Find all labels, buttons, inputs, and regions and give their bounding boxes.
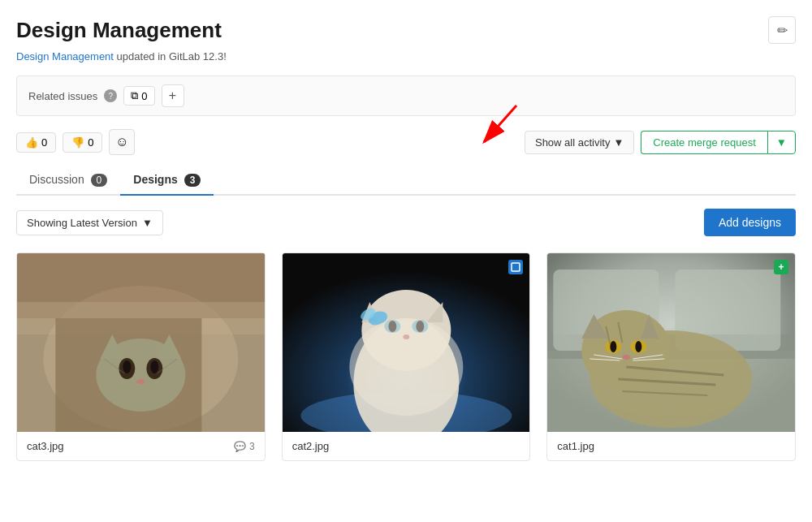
related-issues-label: Related issues <box>28 90 97 102</box>
show-activity-button[interactable]: Show all activity ▼ <box>525 131 634 154</box>
tab-discussion[interactable]: Discussion 0 <box>16 165 120 196</box>
thumbs-up-button[interactable]: 👍 0 <box>16 132 56 153</box>
svg-point-31 <box>349 318 463 416</box>
show-activity-label: Show all activity <box>535 136 610 149</box>
add-designs-button[interactable]: Add designs <box>704 209 796 236</box>
svg-point-12 <box>136 379 145 384</box>
cat3-comments: 💬 3 <box>234 441 255 452</box>
pencil-icon: ✏ <box>777 23 788 38</box>
create-mr-group: Create merge request ▼ <box>641 131 796 154</box>
reaction-bar: 👍 0 👎 0 ☺ Sho <box>16 129 796 155</box>
cat3-comment-count: 3 <box>249 441 255 452</box>
cat2-name: cat2.jpg <box>292 440 330 452</box>
tab-designs-label: Designs <box>133 173 177 186</box>
cat3-footer: cat3.jpg 💬 3 <box>17 432 265 460</box>
issue-count-button[interactable]: ⧉ 0 <box>123 86 154 106</box>
issue-count: 0 <box>141 90 147 102</box>
thumbs-down-icon: 👎 <box>71 136 84 149</box>
issues-icon: ⧉ <box>131 89 138 102</box>
version-row: Showing Latest Version ▼ Add designs <box>16 209 796 236</box>
svg-point-10 <box>123 360 131 373</box>
reactions-left: 👍 0 👎 0 ☺ <box>16 129 135 155</box>
create-mr-dropdown-button[interactable]: ▼ <box>767 131 796 154</box>
version-select-button[interactable]: Showing Latest Version ▼ <box>16 210 163 235</box>
cat1-image <box>547 253 795 432</box>
tab-designs-badge: 3 <box>184 174 201 187</box>
help-icon[interactable]: ? <box>104 89 117 102</box>
comment-icon: 💬 <box>234 441 246 452</box>
tab-designs[interactable]: Designs 3 <box>120 165 214 196</box>
page-title: Design Management <box>16 18 222 43</box>
cat1-badge: + <box>774 260 788 274</box>
subtitle-text: updated in GitLab 12.3! <box>117 50 227 63</box>
cat1-image-container: + <box>547 253 795 432</box>
plus-icon: + <box>169 88 176 103</box>
page-container: Design Management ✏ Design Management up… <box>0 0 812 477</box>
thumbs-up-count: 0 <box>41 136 47 149</box>
svg-rect-17 <box>17 253 265 318</box>
create-mr-chevron: ▼ <box>776 136 787 149</box>
cat3-image <box>17 253 265 432</box>
svg-rect-32 <box>512 263 520 271</box>
thumbs-up-icon: 👍 <box>25 136 38 149</box>
show-activity-chevron: ▼ <box>613 136 624 149</box>
emoji-picker-button[interactable]: ☺ <box>109 129 135 155</box>
add-issue-button[interactable]: + <box>162 84 184 107</box>
svg-point-47 <box>611 341 617 352</box>
edit-button[interactable]: ✏ <box>768 16 796 44</box>
svg-point-11 <box>150 360 158 373</box>
design-card-cat1[interactable]: + cat1.jpg <box>546 252 796 461</box>
design-grid: cat3.jpg 💬 3 <box>16 252 796 477</box>
cat2-footer: cat2.jpg <box>283 432 530 460</box>
cat2-image-container <box>283 253 530 432</box>
design-card-cat3[interactable]: cat3.jpg 💬 3 <box>16 252 266 461</box>
reactions-right: Show all activity ▼ Create merge request… <box>525 131 796 154</box>
related-issues-bar: Related issues ? ⧉ 0 + <box>16 75 796 116</box>
badge-icon <box>511 262 520 272</box>
add-designs-label: Add designs <box>719 216 781 229</box>
tabs: Discussion 0 Designs 3 <box>16 165 796 196</box>
version-label: Showing Latest Version <box>27 217 137 229</box>
design-card-cat2[interactable]: cat2.jpg <box>282 252 531 461</box>
cat2-badge <box>508 260 523 274</box>
create-mr-label: Create merge request <box>653 136 755 149</box>
tab-discussion-label: Discussion <box>29 173 84 186</box>
cat3-name: cat3.jpg <box>27 440 64 452</box>
subtitle-link[interactable]: Design Management <box>16 50 114 63</box>
cat1-footer: cat1.jpg <box>547 432 795 460</box>
thumbs-down-count: 0 <box>88 136 93 149</box>
cat1-name: cat1.jpg <box>557 440 594 452</box>
thumbs-down-button[interactable]: 👎 0 <box>63 132 102 153</box>
svg-point-49 <box>623 355 631 360</box>
tab-discussion-badge: 0 <box>91 174 108 187</box>
smiley-icon: ☺ <box>115 135 128 149</box>
subtitle: Design Management updated in GitLab 12.3… <box>16 50 796 63</box>
version-chevron: ▼ <box>142 217 153 229</box>
header-row: Design Management ✏ <box>16 16 796 44</box>
cat2-image <box>283 253 530 432</box>
create-mr-button[interactable]: Create merge request <box>641 131 767 154</box>
svg-point-48 <box>636 341 642 352</box>
